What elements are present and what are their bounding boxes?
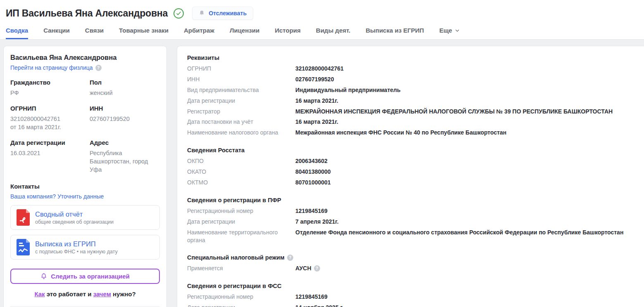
track-button[interactable]: Отслеживать bbox=[192, 7, 253, 20]
why-link[interactable]: зачем bbox=[93, 290, 111, 298]
inn-label: ИНН bbox=[90, 105, 160, 112]
egrip-extract-card[interactable]: Выписка из ЕГРИП с подписью ФНС • на нуж… bbox=[10, 235, 160, 260]
regdate-label: Дата регистрации bbox=[10, 139, 90, 146]
regdate-value: 16.03.2021 bbox=[10, 149, 90, 157]
tab-licenzii[interactable]: Лицензии bbox=[230, 27, 259, 39]
summary-report-title: Сводный отчёт bbox=[35, 210, 114, 218]
address-label: Адрес bbox=[90, 139, 160, 146]
egrip-doc-icon bbox=[17, 239, 30, 255]
bell-icon bbox=[199, 10, 205, 17]
tab-bar: Сводка Санкции Связи Товарные знаки Арби… bbox=[6, 27, 644, 39]
tab-vypiska-egrip[interactable]: Выписка из ЕГРИП bbox=[366, 27, 424, 39]
egrip-extract-title: Выписка из ЕГРИП bbox=[35, 240, 118, 248]
track-button-label: Отслеживать bbox=[209, 10, 247, 17]
detail-row: Дата постановки на учёт16 марта 2021г. bbox=[187, 118, 634, 126]
field-pair-ogrnip-inn: ОГРНИП 321028000042761 от 16 марта 2021г… bbox=[10, 105, 160, 131]
detail-row: Регистрационный номер1219845169 bbox=[187, 293, 634, 301]
help-icon[interactable]: ? bbox=[314, 265, 320, 272]
tab-tovarnye-znaki[interactable]: Товарные знаки bbox=[119, 27, 169, 39]
detail-row: Вид предпринимательстваИндивидуальный пр… bbox=[187, 86, 634, 94]
tab-arbitrazh[interactable]: Арбитраж bbox=[184, 27, 214, 39]
detail-row: Дата регистрации14 ноября 2025 г. bbox=[187, 304, 634, 307]
pdf-icon bbox=[17, 209, 30, 226]
detail-row: ОКАТО80401380000 bbox=[187, 168, 634, 176]
how-it-works-line: Как это работает и зачем нужно? bbox=[10, 290, 160, 298]
field-pair-citizenship-gender: Гражданство РФ Пол женский bbox=[10, 79, 160, 97]
divider bbox=[10, 306, 160, 307]
page-title: ИП Васильева Яна Александровна bbox=[6, 8, 168, 19]
help-icon[interactable]: ? bbox=[287, 255, 293, 261]
section-rosstat: Сведения Росстата ОКПО2006343602 ОКАТО80… bbox=[187, 147, 634, 187]
tab-vidy-deyat[interactable]: Виды деят. bbox=[316, 27, 350, 39]
detail-row: Дата регистрации7 апреля 2021г. bbox=[187, 218, 634, 226]
detail-row: ОКПО2006343602 bbox=[187, 157, 634, 165]
detail-row: ИНН027607199520 bbox=[187, 76, 634, 83]
address-value: Республика Башкортостан, город Уфа bbox=[90, 149, 160, 174]
section-title: Сведения Росстата bbox=[187, 147, 634, 154]
field-pair-regdate-address: Дата регистрации 16.03.2021 Адрес Респуб… bbox=[10, 139, 160, 174]
update-company-data-link[interactable]: Ваша компания? Уточнить данные bbox=[10, 193, 104, 200]
detail-row: Наименование территориального органаОтде… bbox=[187, 229, 634, 244]
detail-row: Дата регистрации16 марта 2021г. bbox=[187, 97, 634, 105]
section-tax-regime: Специальный налоговый режим ? Применяетс… bbox=[187, 254, 634, 272]
section-fss: Сведения о регистрации в ФСС Регистрацио… bbox=[187, 283, 634, 307]
gender-value: женский bbox=[90, 89, 160, 97]
summary-report-card[interactable]: Сводный отчёт общие сведения об организа… bbox=[10, 205, 160, 230]
section-title: Сведения о регистрации в ПФР bbox=[187, 197, 634, 203]
entity-summary-card: Васильева Яна Александровна Перейти на с… bbox=[3, 46, 167, 307]
contacts-label: Контакты bbox=[10, 183, 160, 190]
main-area: Васильева Яна Александровна Перейти на с… bbox=[0, 40, 644, 307]
tab-istoriya[interactable]: История bbox=[275, 27, 301, 39]
section-pfr: Сведения о регистрации в ПФР Регистрацио… bbox=[187, 197, 634, 244]
ogrnip-value: 321028000042761 bbox=[10, 115, 90, 123]
detail-row: Регистрационный номер1219845169 bbox=[187, 207, 634, 215]
detail-row: ОГРНИП321028000042761 bbox=[187, 65, 634, 73]
verified-check-icon bbox=[173, 8, 184, 19]
gender-label: Пол bbox=[90, 79, 160, 86]
section-rekvizity: Реквизиты ОГРНИП321028000042761 ИНН02760… bbox=[187, 54, 634, 137]
section-title: Специальный налоговый режим ? bbox=[187, 254, 634, 261]
bell-outline-icon bbox=[40, 273, 47, 280]
detail-row: РегистраторМЕЖРАЙОННАЯ ИНСПЕКЦИЯ ФЕДЕРАЛ… bbox=[187, 108, 634, 116]
person-name: Васильева Яна Александровна bbox=[10, 54, 160, 61]
detail-row: Наименование налогового органаМежрайонна… bbox=[187, 129, 634, 137]
tab-svodka[interactable]: Сводка bbox=[6, 27, 28, 39]
tab-sankcii[interactable]: Санкции bbox=[43, 27, 70, 39]
page-header: ИП Васильева Яна Александровна Отслежива… bbox=[0, 0, 644, 40]
how-link[interactable]: Как bbox=[34, 290, 45, 298]
summary-report-subtitle: общие сведения об организации bbox=[35, 219, 114, 225]
tab-more[interactable]: Еще bbox=[439, 27, 460, 39]
citizenship-label: Гражданство bbox=[10, 79, 90, 86]
title-row: ИП Васильева Яна Александровна Отслежива… bbox=[6, 0, 644, 20]
details-card: Реквизиты ОГРНИП321028000042761 ИНН02760… bbox=[177, 46, 644, 307]
chevron-down-icon bbox=[455, 28, 460, 33]
ogrnip-label: ОГРНИП bbox=[10, 105, 90, 112]
help-icon[interactable]: ? bbox=[95, 65, 102, 71]
ogrnip-date: от 16 марта 2021г. bbox=[10, 123, 90, 131]
detail-row: Применяется АУСН ? bbox=[187, 264, 634, 272]
follow-organization-button[interactable]: Следить за организацией bbox=[10, 269, 160, 284]
person-page-link[interactable]: Перейти на страницу физлица bbox=[10, 64, 93, 71]
follow-button-label: Следить за организацией bbox=[51, 273, 130, 280]
section-title: Реквизиты bbox=[187, 54, 634, 61]
inn-value: 027607199520 bbox=[90, 115, 160, 123]
egrip-extract-subtitle: с подписью ФНС • на нужную дату bbox=[35, 249, 118, 255]
detail-row: ОКТМО80701000001 bbox=[187, 179, 634, 187]
section-title: Сведения о регистрации в ФСС bbox=[187, 283, 634, 289]
tab-svyazi[interactable]: Связи bbox=[85, 27, 104, 39]
citizenship-value: РФ bbox=[10, 89, 90, 97]
